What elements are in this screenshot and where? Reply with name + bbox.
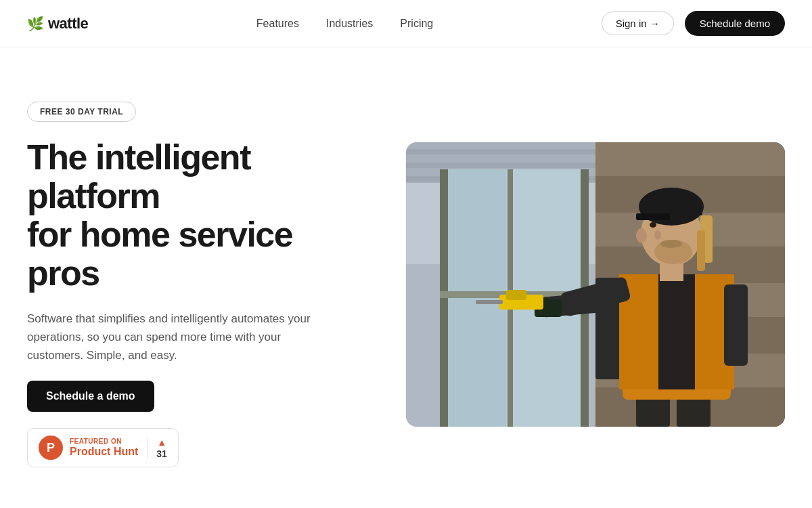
ph-name-label: Product Hunt	[70, 446, 138, 458]
ph-arrow-icon: ▲	[157, 437, 166, 448]
product-hunt-logo: P	[39, 436, 63, 460]
hero-image	[406, 142, 785, 427]
nav-actions: Sign in → Schedule demo	[602, 11, 785, 36]
product-hunt-badge[interactable]: P FEATURED ON Product Hunt ▲ 31	[27, 428, 179, 467]
svg-rect-37	[476, 300, 503, 304]
svg-rect-29	[656, 274, 697, 389]
nav-links: Features Industries Pricing	[256, 18, 433, 30]
hero-left: FREE 30 DAY TRIAL The intelligent platfo…	[27, 102, 365, 467]
nav-features[interactable]: Features	[256, 18, 299, 30]
logo-text: wattle	[48, 15, 88, 33]
svg-rect-45	[697, 230, 705, 271]
trial-badge: FREE 30 DAY TRIAL	[27, 102, 136, 122]
logo[interactable]: 🌿 wattle	[27, 15, 88, 33]
svg-point-50	[654, 230, 661, 240]
ph-vote-count: 31	[156, 448, 167, 459]
product-hunt-votes: ▲ 31	[148, 437, 167, 459]
logo-icon: 🌿	[27, 16, 44, 32]
product-hunt-text: FEATURED ON Product Hunt	[70, 438, 138, 458]
schedule-demo-nav-button[interactable]: Schedule demo	[685, 11, 785, 36]
navbar: 🌿 wattle Features Industries Pricing Sig…	[0, 0, 812, 47]
hero-title-line2: for home service pros	[27, 215, 292, 293]
schedule-demo-hero-button[interactable]: Schedule a demo	[27, 381, 154, 412]
svg-point-47	[660, 240, 682, 248]
hero-svg-illustration	[406, 142, 785, 427]
svg-rect-36	[506, 290, 526, 300]
nav-industries[interactable]: Industries	[326, 18, 373, 30]
svg-point-48	[636, 228, 647, 243]
hero-right	[406, 142, 785, 427]
signin-button[interactable]: Sign in →	[602, 12, 674, 35]
ph-featured-on-label: FEATURED ON	[70, 438, 138, 445]
svg-rect-7	[595, 142, 785, 176]
hero-section: FREE 30 DAY TRIAL The intelligent platfo…	[0, 47, 812, 508]
hero-title: The intelligent platform for home servic…	[27, 138, 365, 293]
hero-subtitle: Software that simplifies and intelligent…	[27, 310, 338, 365]
hero-title-line1: The intelligent platform	[27, 137, 250, 215]
nav-pricing[interactable]: Pricing	[400, 18, 433, 30]
svg-rect-43	[636, 213, 670, 220]
svg-point-49	[650, 222, 656, 228]
svg-rect-38	[724, 284, 748, 366]
